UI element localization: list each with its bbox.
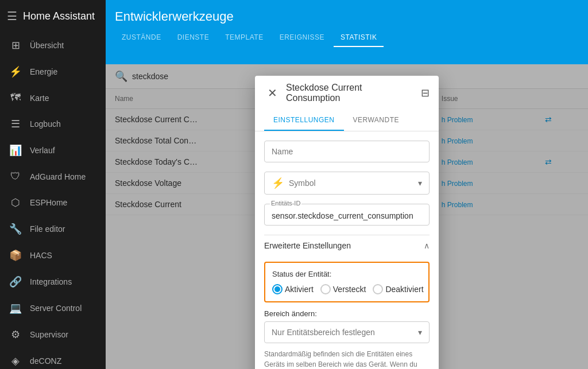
sidebar-nav: ⊞ Übersicht ⚡ Energie 🗺 Karte ☰ Logbuch … bbox=[0, 32, 106, 369]
entity-id-group: Entitäts-ID bbox=[264, 204, 430, 226]
sidebar-item-label: AdGuard Home bbox=[30, 172, 86, 181]
radio-option-deaktiviert[interactable]: Deaktiviert bbox=[373, 284, 423, 294]
status-box: Status der Entität: Aktiviert Versteckt bbox=[264, 262, 430, 302]
app-title: Home Assistant bbox=[23, 10, 95, 22]
sidebar-item-adguard[interactable]: 🛡 AdGuard Home bbox=[0, 164, 106, 189]
bolt-symbol-icon: ⚡ bbox=[272, 177, 284, 189]
page-title: Entwicklerwerkzeuge bbox=[115, 0, 579, 29]
shield-icon: 🛡 bbox=[9, 170, 22, 182]
diamond-icon: ◈ bbox=[9, 355, 22, 367]
dialog-tab-verwandte[interactable]: VERWANDTE bbox=[344, 110, 409, 131]
sidebar-item-label: File editor bbox=[30, 224, 65, 234]
expand-icon: ∧ bbox=[424, 241, 430, 250]
dialog-body: ⚡ Symbol ▾ Entitäts-ID Erweiterte Einste… bbox=[255, 131, 439, 369]
radio-deaktiviert[interactable] bbox=[373, 284, 383, 294]
sidebar-item-ubersicht[interactable]: ⊞ Übersicht bbox=[0, 32, 106, 59]
tune-icon[interactable]: ⊟ bbox=[421, 87, 430, 99]
sidebar-item-label: ESPHome bbox=[30, 198, 67, 207]
sidebar-item-supervisor[interactable]: ⚙ Supervisor bbox=[0, 321, 106, 348]
status-label: Status der Entität: bbox=[272, 270, 421, 278]
topbar: Entwicklerwerkzeuge ZUSTÄNDE DIENSTE TEM… bbox=[106, 0, 588, 64]
entity-dialog: ✕ Steckdose Current Consumption ⊟ EINSTE… bbox=[255, 76, 439, 369]
menu-icon[interactable]: ☰ bbox=[7, 9, 17, 23]
name-input[interactable] bbox=[264, 141, 430, 162]
sidebar-item-label: Karte bbox=[30, 94, 49, 103]
sidebar-item-hacs[interactable]: 📦 HACS bbox=[0, 242, 106, 269]
sidebar-item-label: deCONZ bbox=[30, 356, 61, 366]
dialog-tab-einstellungen[interactable]: EINSTELLUNGEN bbox=[264, 110, 344, 131]
advanced-section-header[interactable]: Erweiterte Einstellungen ∧ bbox=[264, 235, 430, 256]
radio-versteckt[interactable] bbox=[320, 284, 331, 294]
radio-option-versteckt[interactable]: Versteckt bbox=[320, 284, 366, 294]
tab-ereignisse[interactable]: EREIGNISSE bbox=[273, 29, 331, 47]
list-icon: ☰ bbox=[9, 118, 22, 130]
tab-statistik[interactable]: STATISTIK bbox=[334, 29, 384, 47]
sidebar-header: ☰ Home Assistant bbox=[0, 0, 106, 32]
sidebar-item-karte[interactable]: 🗺 Karte bbox=[0, 85, 106, 111]
main-area: Entwicklerwerkzeuge ZUSTÄNDE DIENSTE TEM… bbox=[106, 0, 588, 369]
sidebar-item-server-control[interactable]: 💻 Server Control bbox=[0, 295, 106, 321]
bereich-label: Bereich ändern: bbox=[264, 309, 430, 318]
grid-icon: ⊞ bbox=[9, 39, 22, 52]
status-radio-group: Aktiviert Versteckt Deaktiviert bbox=[272, 284, 421, 294]
radio-label-deaktiviert: Deaktiviert bbox=[385, 285, 423, 294]
symbol-label: Symbol bbox=[289, 178, 413, 188]
name-field-group bbox=[264, 141, 430, 162]
radio-aktiviert[interactable] bbox=[272, 284, 283, 294]
bereich-select[interactable]: Nur Entitätsbereich festlegen ▾ bbox=[264, 321, 430, 343]
content-area: 🔍 Name Statistic Issue Steckdose Current… bbox=[106, 64, 588, 369]
dialog-header: ✕ Steckdose Current Consumption ⊟ bbox=[255, 76, 439, 110]
package-icon: 📦 bbox=[9, 249, 22, 262]
sidebar-item-logbuch[interactable]: ☰ Logbuch bbox=[0, 111, 106, 137]
link-icon: 🔗 bbox=[9, 275, 22, 288]
map-icon: 🗺 bbox=[9, 92, 22, 104]
tab-dienste[interactable]: DIENSTE bbox=[171, 29, 216, 47]
chart-icon: 📊 bbox=[9, 144, 22, 157]
sidebar-item-verlauf[interactable]: 📊 Verlauf bbox=[0, 137, 106, 164]
sidebar-item-label: Logbuch bbox=[30, 119, 61, 129]
sidebar: ☰ Home Assistant ⊞ Übersicht ⚡ Energie 🗺… bbox=[0, 0, 106, 369]
sidebar-item-label: Supervisor bbox=[30, 330, 68, 339]
sidebar-item-file-editor[interactable]: 🔧 File editor bbox=[0, 216, 106, 242]
radio-label-versteckt: Versteckt bbox=[333, 285, 366, 294]
wrench-icon: 🔧 bbox=[9, 223, 22, 235]
radio-label-aktiviert: Aktiviert bbox=[285, 285, 314, 294]
hexagon-icon: ⬡ bbox=[9, 196, 22, 209]
symbol-select[interactable]: ⚡ Symbol ▾ bbox=[264, 172, 430, 195]
sidebar-item-integrations[interactable]: 🔗 Integrations bbox=[0, 269, 106, 295]
radio-option-aktiviert[interactable]: Aktiviert bbox=[272, 284, 314, 294]
bolt-icon: ⚡ bbox=[9, 65, 22, 78]
sidebar-item-label: Verlauf bbox=[30, 146, 55, 155]
settings-icon: ⚙ bbox=[9, 328, 22, 341]
dialog-tabs: EINSTELLUNGEN VERWANDTE bbox=[255, 110, 439, 131]
tab-template[interactable]: TEMPLATE bbox=[218, 29, 270, 47]
sidebar-item-energie[interactable]: ⚡ Energie bbox=[0, 59, 106, 85]
sidebar-item-label: Energie bbox=[30, 67, 57, 76]
chevron-down-icon: ▾ bbox=[418, 328, 422, 337]
topbar-tabs: ZUSTÄNDE DIENSTE TEMPLATE EREIGNISSE STA… bbox=[115, 29, 579, 47]
advanced-section-label: Erweiterte Einstellungen bbox=[264, 241, 351, 250]
sidebar-item-label: Übersicht bbox=[30, 41, 64, 50]
sidebar-item-esphome[interactable]: ⬡ ESPHome bbox=[0, 189, 106, 216]
server-icon: 💻 bbox=[9, 302, 22, 314]
chevron-down-icon: ▾ bbox=[418, 178, 422, 188]
bereich-select-label: Nur Entitätsbereich festlegen bbox=[272, 328, 418, 337]
dialog-title: Steckdose Current Consumption bbox=[286, 83, 415, 103]
sidebar-item-deconz[interactable]: ◈ deCONZ bbox=[0, 348, 106, 369]
entity-id-input[interactable] bbox=[264, 204, 430, 226]
entity-id-label: Entitäts-ID bbox=[270, 200, 301, 207]
sidebar-item-label: Server Control bbox=[30, 304, 82, 313]
tab-zustande[interactable]: ZUSTÄNDE bbox=[115, 29, 168, 47]
sidebar-item-label: HACS bbox=[30, 251, 52, 260]
dialog-overlay: ✕ Steckdose Current Consumption ⊟ EINSTE… bbox=[106, 64, 588, 369]
sidebar-item-label: Integrations bbox=[30, 277, 72, 286]
info-text: Standardmäßig befinden sich die Entitäte… bbox=[264, 349, 430, 369]
close-button[interactable]: ✕ bbox=[264, 86, 280, 100]
